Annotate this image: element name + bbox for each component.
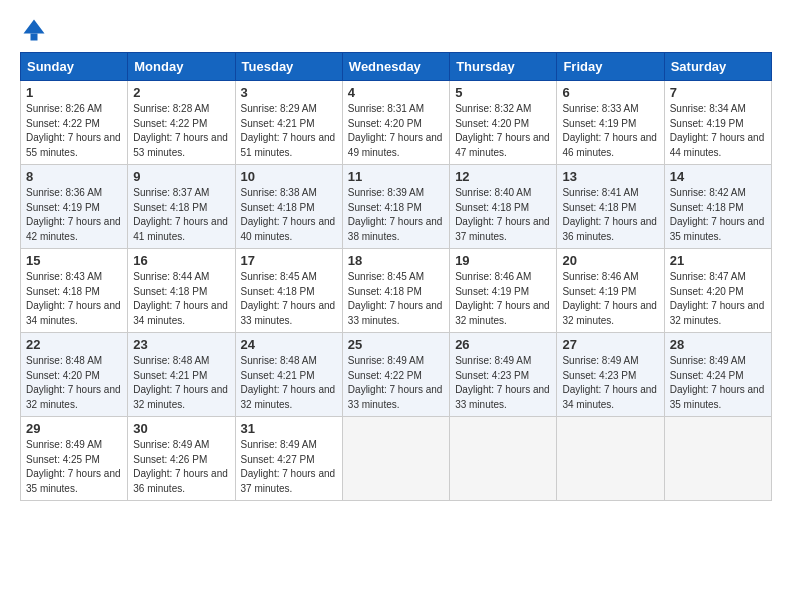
day-number: 17 (241, 253, 337, 268)
calendar-cell: 29 Sunrise: 8:49 AMSunset: 4:25 PMDaylig… (21, 417, 128, 501)
calendar-cell: 5 Sunrise: 8:32 AMSunset: 4:20 PMDayligh… (450, 81, 557, 165)
day-info: Sunrise: 8:47 AMSunset: 4:20 PMDaylight:… (670, 271, 765, 326)
logo (20, 16, 52, 44)
day-number: 15 (26, 253, 122, 268)
day-info: Sunrise: 8:31 AMSunset: 4:20 PMDaylight:… (348, 103, 443, 158)
weekday-header-tuesday: Tuesday (235, 53, 342, 81)
calendar-cell: 25 Sunrise: 8:49 AMSunset: 4:22 PMDaylig… (342, 333, 449, 417)
calendar-cell: 14 Sunrise: 8:42 AMSunset: 4:18 PMDaylig… (664, 165, 771, 249)
calendar-cell: 11 Sunrise: 8:39 AMSunset: 4:18 PMDaylig… (342, 165, 449, 249)
day-number: 30 (133, 421, 229, 436)
day-number: 21 (670, 253, 766, 268)
calendar-cell: 6 Sunrise: 8:33 AMSunset: 4:19 PMDayligh… (557, 81, 664, 165)
day-info: Sunrise: 8:48 AMSunset: 4:21 PMDaylight:… (241, 355, 336, 410)
day-number: 20 (562, 253, 658, 268)
calendar-cell: 9 Sunrise: 8:37 AMSunset: 4:18 PMDayligh… (128, 165, 235, 249)
calendar-cell: 12 Sunrise: 8:40 AMSunset: 4:18 PMDaylig… (450, 165, 557, 249)
day-info: Sunrise: 8:42 AMSunset: 4:18 PMDaylight:… (670, 187, 765, 242)
weekday-header-sunday: Sunday (21, 53, 128, 81)
week-row-4: 22 Sunrise: 8:48 AMSunset: 4:20 PMDaylig… (21, 333, 772, 417)
day-number: 25 (348, 337, 444, 352)
calendar-table: SundayMondayTuesdayWednesdayThursdayFrid… (20, 52, 772, 501)
day-number: 7 (670, 85, 766, 100)
day-number: 12 (455, 169, 551, 184)
day-number: 23 (133, 337, 229, 352)
logo-icon (20, 16, 48, 44)
day-info: Sunrise: 8:41 AMSunset: 4:18 PMDaylight:… (562, 187, 657, 242)
calendar-cell (557, 417, 664, 501)
week-row-3: 15 Sunrise: 8:43 AMSunset: 4:18 PMDaylig… (21, 249, 772, 333)
day-number: 10 (241, 169, 337, 184)
day-number: 27 (562, 337, 658, 352)
calendar-cell: 13 Sunrise: 8:41 AMSunset: 4:18 PMDaylig… (557, 165, 664, 249)
day-info: Sunrise: 8:44 AMSunset: 4:18 PMDaylight:… (133, 271, 228, 326)
calendar-cell: 8 Sunrise: 8:36 AMSunset: 4:19 PMDayligh… (21, 165, 128, 249)
day-info: Sunrise: 8:49 AMSunset: 4:27 PMDaylight:… (241, 439, 336, 494)
day-info: Sunrise: 8:48 AMSunset: 4:20 PMDaylight:… (26, 355, 121, 410)
day-info: Sunrise: 8:34 AMSunset: 4:19 PMDaylight:… (670, 103, 765, 158)
day-info: Sunrise: 8:29 AMSunset: 4:21 PMDaylight:… (241, 103, 336, 158)
calendar-cell: 21 Sunrise: 8:47 AMSunset: 4:20 PMDaylig… (664, 249, 771, 333)
day-number: 1 (26, 85, 122, 100)
day-number: 19 (455, 253, 551, 268)
day-number: 11 (348, 169, 444, 184)
week-row-1: 1 Sunrise: 8:26 AMSunset: 4:22 PMDayligh… (21, 81, 772, 165)
weekday-header-thursday: Thursday (450, 53, 557, 81)
day-number: 14 (670, 169, 766, 184)
day-info: Sunrise: 8:39 AMSunset: 4:18 PMDaylight:… (348, 187, 443, 242)
calendar-cell (450, 417, 557, 501)
svg-marker-0 (24, 20, 45, 34)
day-number: 29 (26, 421, 122, 436)
calendar-cell: 3 Sunrise: 8:29 AMSunset: 4:21 PMDayligh… (235, 81, 342, 165)
calendar-cell: 18 Sunrise: 8:45 AMSunset: 4:18 PMDaylig… (342, 249, 449, 333)
day-info: Sunrise: 8:49 AMSunset: 4:22 PMDaylight:… (348, 355, 443, 410)
week-row-2: 8 Sunrise: 8:36 AMSunset: 4:19 PMDayligh… (21, 165, 772, 249)
day-number: 5 (455, 85, 551, 100)
weekday-header-row: SundayMondayTuesdayWednesdayThursdayFrid… (21, 53, 772, 81)
day-number: 9 (133, 169, 229, 184)
day-info: Sunrise: 8:36 AMSunset: 4:19 PMDaylight:… (26, 187, 121, 242)
calendar-cell: 2 Sunrise: 8:28 AMSunset: 4:22 PMDayligh… (128, 81, 235, 165)
day-number: 16 (133, 253, 229, 268)
day-number: 24 (241, 337, 337, 352)
calendar-cell: 20 Sunrise: 8:46 AMSunset: 4:19 PMDaylig… (557, 249, 664, 333)
day-info: Sunrise: 8:45 AMSunset: 4:18 PMDaylight:… (241, 271, 336, 326)
day-number: 3 (241, 85, 337, 100)
calendar-cell: 30 Sunrise: 8:49 AMSunset: 4:26 PMDaylig… (128, 417, 235, 501)
day-number: 31 (241, 421, 337, 436)
day-number: 26 (455, 337, 551, 352)
calendar-cell (342, 417, 449, 501)
day-info: Sunrise: 8:49 AMSunset: 4:25 PMDaylight:… (26, 439, 121, 494)
day-number: 22 (26, 337, 122, 352)
day-number: 4 (348, 85, 444, 100)
calendar-cell: 19 Sunrise: 8:46 AMSunset: 4:19 PMDaylig… (450, 249, 557, 333)
day-number: 6 (562, 85, 658, 100)
calendar-cell: 27 Sunrise: 8:49 AMSunset: 4:23 PMDaylig… (557, 333, 664, 417)
day-info: Sunrise: 8:28 AMSunset: 4:22 PMDaylight:… (133, 103, 228, 158)
day-number: 18 (348, 253, 444, 268)
page-header (20, 16, 772, 44)
calendar-cell: 1 Sunrise: 8:26 AMSunset: 4:22 PMDayligh… (21, 81, 128, 165)
day-info: Sunrise: 8:49 AMSunset: 4:24 PMDaylight:… (670, 355, 765, 410)
weekday-header-monday: Monday (128, 53, 235, 81)
day-number: 13 (562, 169, 658, 184)
calendar-cell: 28 Sunrise: 8:49 AMSunset: 4:24 PMDaylig… (664, 333, 771, 417)
calendar-cell: 23 Sunrise: 8:48 AMSunset: 4:21 PMDaylig… (128, 333, 235, 417)
day-info: Sunrise: 8:26 AMSunset: 4:22 PMDaylight:… (26, 103, 121, 158)
weekday-header-wednesday: Wednesday (342, 53, 449, 81)
day-number: 28 (670, 337, 766, 352)
day-info: Sunrise: 8:33 AMSunset: 4:19 PMDaylight:… (562, 103, 657, 158)
day-info: Sunrise: 8:49 AMSunset: 4:26 PMDaylight:… (133, 439, 228, 494)
calendar-cell: 24 Sunrise: 8:48 AMSunset: 4:21 PMDaylig… (235, 333, 342, 417)
day-info: Sunrise: 8:37 AMSunset: 4:18 PMDaylight:… (133, 187, 228, 242)
day-info: Sunrise: 8:38 AMSunset: 4:18 PMDaylight:… (241, 187, 336, 242)
calendar-cell: 22 Sunrise: 8:48 AMSunset: 4:20 PMDaylig… (21, 333, 128, 417)
calendar-cell: 26 Sunrise: 8:49 AMSunset: 4:23 PMDaylig… (450, 333, 557, 417)
calendar-cell: 4 Sunrise: 8:31 AMSunset: 4:20 PMDayligh… (342, 81, 449, 165)
day-info: Sunrise: 8:32 AMSunset: 4:20 PMDaylight:… (455, 103, 550, 158)
calendar-cell: 16 Sunrise: 8:44 AMSunset: 4:18 PMDaylig… (128, 249, 235, 333)
day-info: Sunrise: 8:49 AMSunset: 4:23 PMDaylight:… (562, 355, 657, 410)
day-number: 8 (26, 169, 122, 184)
day-info: Sunrise: 8:48 AMSunset: 4:21 PMDaylight:… (133, 355, 228, 410)
calendar-cell (664, 417, 771, 501)
